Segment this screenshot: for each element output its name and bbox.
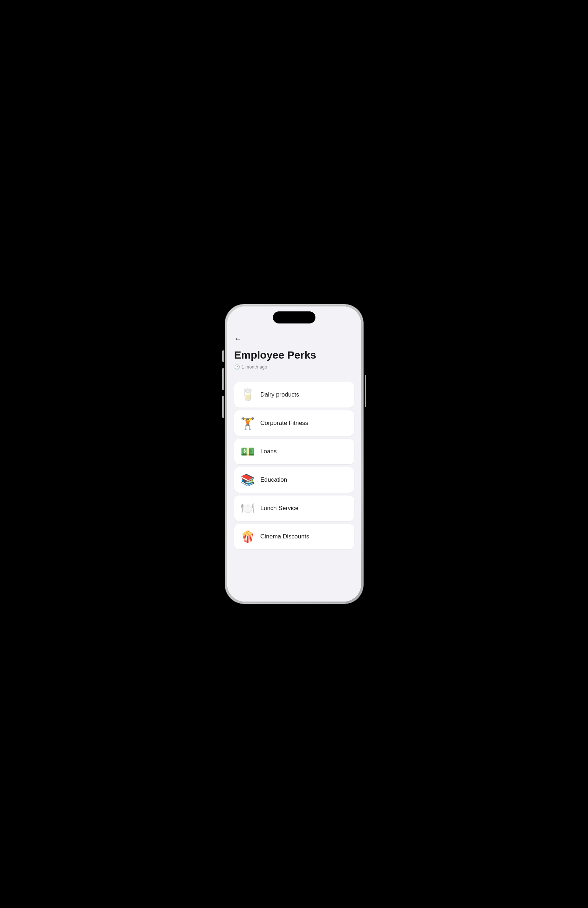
dynamic-island [273, 311, 315, 324]
perk-item-loans[interactable]: 💵 Loans [234, 439, 354, 464]
back-button[interactable]: ← [234, 333, 246, 345]
phone-outer: ← Employee Perks 🕐 1 month ago 🥛 [225, 304, 363, 604]
perk-item-corporate-fitness[interactable]: 🏋️ Corporate Fitness [234, 411, 354, 436]
lunch-service-icon: 🍽️ [240, 501, 255, 516]
loans-icon: 💵 [240, 444, 255, 459]
power-button [365, 375, 366, 407]
cinema-discounts-icon: 🍿 [240, 529, 255, 544]
timestamp-text: 1 month ago [242, 364, 267, 370]
loans-label: Loans [260, 448, 277, 455]
mute-button [222, 351, 223, 362]
volume-up-button [222, 368, 223, 390]
dairy-products-label: Dairy products [260, 391, 299, 398]
perk-item-cinema-discounts[interactable]: 🍿 Cinema Discounts [234, 524, 354, 549]
back-arrow-icon: ← [234, 335, 242, 344]
timestamp-row: 🕐 1 month ago [234, 364, 354, 370]
clock-icon: 🕐 [234, 364, 240, 370]
education-icon: 📚 [240, 472, 255, 488]
volume-down-button [222, 396, 223, 418]
cinema-discounts-label: Cinema Discounts [260, 533, 309, 540]
phone-wrapper: ← Employee Perks 🕐 1 month ago 🥛 [220, 301, 369, 607]
page-title: Employee Perks [234, 349, 354, 361]
perks-list: 🥛 Dairy products 🏋️ Corporate Fitness 💵 … [234, 382, 354, 549]
app-container: ← Employee Perks 🕐 1 month ago 🥛 [227, 328, 361, 602]
dairy-products-icon: 🥛 [240, 387, 255, 402]
lunch-service-label: Lunch Service [260, 505, 299, 512]
perk-item-dairy-products[interactable]: 🥛 Dairy products [234, 382, 354, 407]
corporate-fitness-icon: 🏋️ [240, 415, 255, 431]
perk-item-education[interactable]: 📚 Education [234, 467, 354, 493]
education-label: Education [260, 477, 288, 483]
perk-item-lunch-service[interactable]: 🍽️ Lunch Service [234, 496, 354, 521]
phone-screen: ← Employee Perks 🕐 1 month ago 🥛 [227, 306, 361, 602]
screen-content: ← Employee Perks 🕐 1 month ago 🥛 [227, 306, 361, 602]
section-divider [234, 376, 354, 376]
corporate-fitness-label: Corporate Fitness [260, 420, 308, 427]
